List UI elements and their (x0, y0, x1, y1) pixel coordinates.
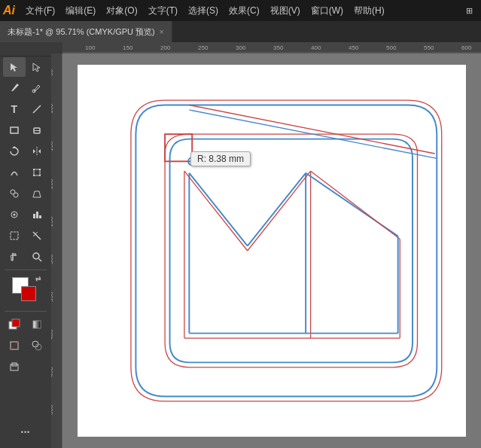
svg-text:350: 350 (273, 44, 284, 51)
svg-rect-30 (12, 319, 20, 327)
svg-rect-31 (33, 321, 41, 328)
tab-label: 未标题-1* @ 95.71% (CMYK/GPU 预览) (8, 26, 155, 38)
svg-text:450: 450 (51, 367, 54, 377)
svg-line-66 (248, 173, 306, 246)
svg-text:350: 350 (51, 291, 54, 302)
layout-grid-button[interactable]: ⊞ (460, 2, 478, 20)
svg-line-65 (189, 173, 247, 246)
slice-tool[interactable] (26, 226, 49, 245)
svg-marker-9 (33, 149, 35, 154)
svg-rect-15 (39, 175, 41, 176)
menu-window[interactable]: 窗口(W) (306, 3, 348, 19)
window-controls: ⊞ (460, 2, 478, 20)
svg-point-20 (13, 214, 15, 216)
color-swatches: ⇄ (0, 273, 51, 309)
rect-tool[interactable] (3, 120, 26, 140)
color-mode-toggle[interactable] (26, 336, 49, 355)
reflect-tool[interactable] (26, 142, 49, 161)
stroke-fill-toggle[interactable] (3, 315, 26, 334)
svg-line-69 (184, 171, 248, 251)
menu-view[interactable]: 视图(V) (266, 3, 305, 19)
symbol-sprayer-tool[interactable] (3, 205, 26, 224)
artboard-bottom-tool[interactable] (3, 357, 26, 376)
svg-rect-13 (39, 169, 41, 170)
canvas-area[interactable]: 100 150 200 250 300 350 400 450 500 550 … (51, 42, 481, 448)
swap-colors-icon[interactable]: ⇄ (35, 275, 41, 282)
pen-tool[interactable] (3, 78, 26, 98)
svg-text:250: 250 (198, 44, 209, 51)
svg-line-28 (39, 259, 42, 262)
svg-marker-1 (33, 63, 40, 72)
shape-builder-tool[interactable] (3, 184, 26, 203)
svg-text:200: 200 (160, 44, 171, 51)
svg-rect-4 (11, 127, 18, 133)
eraser-tool[interactable] (26, 120, 49, 140)
artboard-tool[interactable] (3, 226, 26, 245)
menu-object[interactable]: 对象(O) (102, 3, 142, 19)
svg-text:50: 50 (51, 69, 54, 76)
svg-rect-14 (33, 175, 35, 176)
hand-tool[interactable] (3, 247, 26, 267)
select-tool[interactable] (3, 57, 26, 77)
svg-rect-11 (34, 169, 40, 175)
svg-line-73 (311, 171, 400, 239)
svg-rect-61 (165, 134, 192, 161)
artboard: R: 8.38 mm (78, 65, 466, 437)
select-tools (0, 56, 51, 78)
svg-point-27 (33, 253, 39, 259)
svg-rect-21 (33, 214, 35, 218)
menu-text[interactable]: 文字(T) (144, 3, 182, 19)
warp-tool[interactable] (3, 163, 26, 182)
artboard-container: R: 8.38 mm (62, 53, 481, 448)
menu-help[interactable]: 帮助(H) (349, 3, 389, 19)
zoom-tool[interactable] (26, 247, 49, 267)
svg-marker-10 (38, 149, 41, 154)
svg-line-70 (248, 171, 311, 251)
line-tool[interactable] (26, 99, 49, 119)
toolbox: T (0, 42, 51, 448)
radius-tooltip: R: 8.38 mm (190, 151, 251, 166)
svg-text:150: 150 (123, 44, 133, 51)
perspective-tool[interactable] (26, 184, 49, 203)
svg-point-17 (14, 193, 18, 197)
column-graph-tool[interactable] (26, 205, 49, 224)
svg-text:200: 200 (51, 178, 54, 189)
menu-effect[interactable]: 效果(C) (224, 3, 264, 19)
artwork-svg (78, 65, 466, 437)
svg-text:500: 500 (386, 44, 397, 51)
more-tools[interactable]: ••• (14, 422, 37, 442)
background-color[interactable] (21, 286, 36, 301)
svg-text:400: 400 (311, 44, 321, 51)
document-tab[interactable]: 未标题-1* @ 95.71% (CMYK/GPU 预览) × (0, 21, 172, 42)
none-toggle[interactable] (3, 336, 26, 355)
menu-edit[interactable]: 编辑(E) (61, 3, 100, 19)
svg-text:300: 300 (236, 44, 246, 51)
svg-marker-7 (12, 146, 17, 148)
svg-line-63 (189, 105, 434, 154)
gradient-toggle[interactable] (26, 315, 49, 334)
svg-rect-12 (33, 169, 35, 170)
text-tool[interactable]: T (3, 99, 26, 119)
rotate-tool[interactable] (3, 142, 26, 161)
free-transform-tool[interactable] (26, 163, 49, 182)
menu-select[interactable]: 选择(S) (184, 3, 223, 19)
svg-rect-24 (11, 232, 18, 239)
svg-text:550: 550 (424, 44, 434, 51)
menu-bar: 文件(F) 编辑(E) 对象(O) 文字(T) 选择(S) 效果(C) 视图(V… (21, 3, 460, 19)
tab-close-button[interactable]: × (160, 28, 164, 36)
app-logo: Ai (3, 4, 15, 17)
menu-file[interactable]: 文件(F) (21, 3, 59, 19)
direct-select-tool[interactable] (26, 57, 49, 77)
svg-text:400: 400 (51, 329, 54, 340)
svg-text:600: 600 (461, 44, 472, 51)
title-bar: Ai 文件(F) 编辑(E) 对象(O) 文字(T) 选择(S) 效果(C) 视… (0, 0, 481, 21)
svg-text:100: 100 (51, 103, 54, 114)
pen-alt-tool[interactable] (26, 78, 49, 98)
svg-text:450: 450 (349, 44, 359, 51)
main-layout: T (0, 42, 481, 448)
svg-marker-0 (11, 63, 17, 72)
svg-rect-22 (36, 212, 38, 218)
svg-text:300: 300 (51, 254, 54, 264)
svg-text:250: 250 (51, 216, 54, 227)
svg-line-3 (33, 105, 41, 113)
